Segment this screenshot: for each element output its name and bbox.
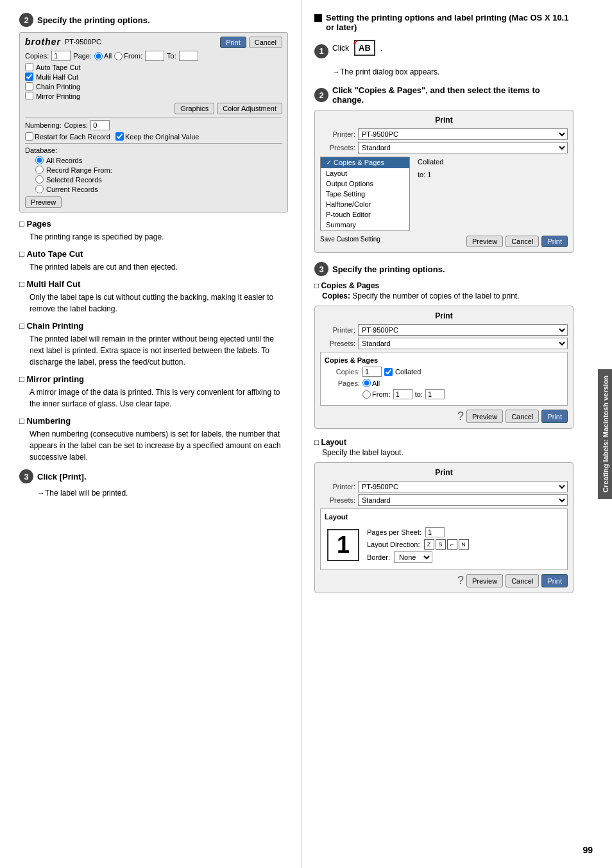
collated-label-cp: Collated xyxy=(395,368,421,376)
pps-input[interactable] xyxy=(425,527,445,537)
restart-check[interactable] xyxy=(25,132,33,141)
to-value-left[interactable] xyxy=(179,51,198,61)
presets-label-cp: Presets: xyxy=(320,340,355,347)
presets-row-cp: Presets: Standard xyxy=(320,338,568,349)
from-input-cp[interactable] xyxy=(393,389,412,399)
print-btn-cp[interactable]: Print xyxy=(541,410,568,423)
all-radio-cp[interactable] xyxy=(362,379,371,387)
print-btn-s2[interactable]: Print xyxy=(541,236,568,247)
copies-input-cp[interactable] xyxy=(362,367,382,377)
copies-pages-body: Copies: Specify the number of copies of … xyxy=(322,291,574,300)
chain-printing-title: Chain Printing xyxy=(19,321,288,331)
page-number: 99 xyxy=(582,845,593,855)
multi-half-cut-title: Multi Half Cut xyxy=(19,279,288,289)
db-current-radio[interactable] xyxy=(35,185,44,193)
layout-options: Pages per Sheet: Layout Direction: Z S ⌐… xyxy=(367,527,469,563)
preview-btn-row: Preview xyxy=(25,196,282,208)
summary-item[interactable]: Summary xyxy=(321,220,409,230)
cancel-btn-cp[interactable]: Cancel xyxy=(506,410,539,423)
numbering-body: When numbering (consecutive numbers) is … xyxy=(30,428,288,463)
from-radio-cp[interactable] xyxy=(362,390,371,399)
color-adj-btn[interactable]: Color Adjustment xyxy=(217,103,282,114)
step2-circle-right: 2 xyxy=(314,88,328,102)
step2-dialog-btns: Save Custom Setting Preview Cancel Print xyxy=(320,236,568,247)
database-label: Database: xyxy=(25,146,282,154)
presets-label-ly: Presets: xyxy=(320,496,355,504)
db-all-radio[interactable] xyxy=(35,156,44,164)
printer-select-s2[interactable]: PT-9500PC xyxy=(358,128,568,140)
printer-select-ly[interactable]: PT-9500PC xyxy=(358,481,568,492)
copies-pages-section: □ Copies & Pages Copies: Specify the num… xyxy=(314,281,574,429)
copies-n-label: Copies: xyxy=(64,121,88,129)
print-btn-ly[interactable]: Print xyxy=(541,574,568,587)
preview-btn-left[interactable]: Preview xyxy=(25,196,62,208)
db-current-row: Current Records xyxy=(35,185,282,193)
output-options-item[interactable]: Output Options xyxy=(321,178,409,189)
big-number: 1 xyxy=(327,529,359,561)
step2-circle: 2 xyxy=(19,13,33,27)
to-input-cp[interactable] xyxy=(425,389,445,399)
layout-section-label: Layout xyxy=(325,513,563,521)
presets-select-ly[interactable]: Standard xyxy=(358,494,568,506)
step1-arrow-text: →The print dialog box appears. xyxy=(332,67,574,76)
pages-per-sheet-row: Pages per Sheet: xyxy=(367,527,469,537)
step2-header: 2 Specify the printing options. xyxy=(19,13,288,27)
cancel-btn-ly[interactable]: Cancel xyxy=(506,574,539,587)
presets-select-cp[interactable]: Standard xyxy=(358,338,568,349)
printer-select-cp[interactable]: PT-9500PC xyxy=(358,324,568,336)
restart-row: Restart for Each Record Keep the Origina… xyxy=(25,132,282,141)
collated-checkbox[interactable] xyxy=(384,368,393,376)
printer-row-ly: Printer: PT-9500PC xyxy=(320,481,568,492)
chain-printing-check[interactable] xyxy=(25,82,33,91)
layout-item[interactable]: Layout xyxy=(321,168,409,178)
dir-z[interactable]: Z xyxy=(424,539,434,550)
from-inner-row: From: to: xyxy=(325,389,563,399)
copies-input-left[interactable] xyxy=(51,51,71,61)
keep-label: Keep the Original Value xyxy=(125,133,199,141)
from-value-left[interactable] xyxy=(145,51,164,61)
layout-inner: Layout 1 Pages per Sheet: Layout Directi… xyxy=(320,508,568,570)
db-range-radio[interactable] xyxy=(35,166,44,174)
auto-tape-cut-title: Auto Tape Cut xyxy=(19,249,288,259)
from-radio-left[interactable] xyxy=(114,52,123,60)
layout-preview: 1 Pages per Sheet: Layout Direction: Z S xyxy=(325,525,563,566)
border-select[interactable]: None xyxy=(394,551,432,563)
preview-btn-s2[interactable]: Preview xyxy=(466,236,503,247)
cancel-btn-s2[interactable]: Cancel xyxy=(506,236,539,247)
step2-dialog: Print Printer: PT-9500PC Presets: Standa… xyxy=(314,110,574,253)
cancel-btn-left[interactable]: Cancel xyxy=(249,37,282,48)
presets-label-s2: Presets: xyxy=(320,144,355,152)
dir-n2[interactable]: N xyxy=(459,539,469,550)
presets-select-s2[interactable]: Standard xyxy=(358,142,568,153)
graphics-btn[interactable]: Graphics xyxy=(174,103,214,114)
halftone-item[interactable]: Halftone/Color xyxy=(321,199,409,209)
help-icon-ly: ? xyxy=(457,574,464,587)
tape-setting-item[interactable]: Tape Setting xyxy=(321,189,409,199)
layout-dialog-btns: ? Preview Cancel Print xyxy=(320,574,568,587)
layout-section: □ Layout Specify the label layout. Print… xyxy=(314,438,574,593)
copies-pages-inner: Copies & Pages Copies: Collated Pages: xyxy=(320,352,568,406)
preview-btn-ly[interactable]: Preview xyxy=(466,574,503,587)
preview-btn-cp[interactable]: Preview xyxy=(466,410,503,423)
copies-pages-item[interactable]: ✓ Copies & Pages xyxy=(321,157,409,168)
printer-label-cp: Printer: xyxy=(320,326,355,334)
mirror-printing-check[interactable] xyxy=(25,92,33,100)
copies-body: Specify the number of copies of the labe… xyxy=(352,291,519,300)
auto-tape-cut-check[interactable] xyxy=(25,63,33,71)
keep-check[interactable] xyxy=(115,132,124,141)
db-selected-radio[interactable] xyxy=(35,175,44,184)
mirror-printing-label: Mirror Printing xyxy=(36,92,80,100)
all-radio-left[interactable] xyxy=(94,52,103,60)
ab-text: AB xyxy=(359,43,371,53)
ptouch-item[interactable]: P-touch Editor xyxy=(321,209,409,220)
pages-body: The printing range is specified by page. xyxy=(30,231,288,243)
multi-half-cut-check[interactable] xyxy=(25,73,33,81)
print-btn-left[interactable]: Print xyxy=(220,37,246,48)
left-print-dialog: brother PT-9500PC Print Cancel Copies: P… xyxy=(19,32,288,213)
copies-pages-section-title: □ Copies & Pages xyxy=(314,281,574,290)
db-selected-row: Selected Records xyxy=(35,175,282,184)
dir-n1[interactable]: ⌐ xyxy=(447,539,457,550)
dir-s[interactable]: S xyxy=(436,539,446,550)
numbering-label: Numbering: xyxy=(25,121,62,129)
copies-n-input[interactable] xyxy=(90,120,110,130)
